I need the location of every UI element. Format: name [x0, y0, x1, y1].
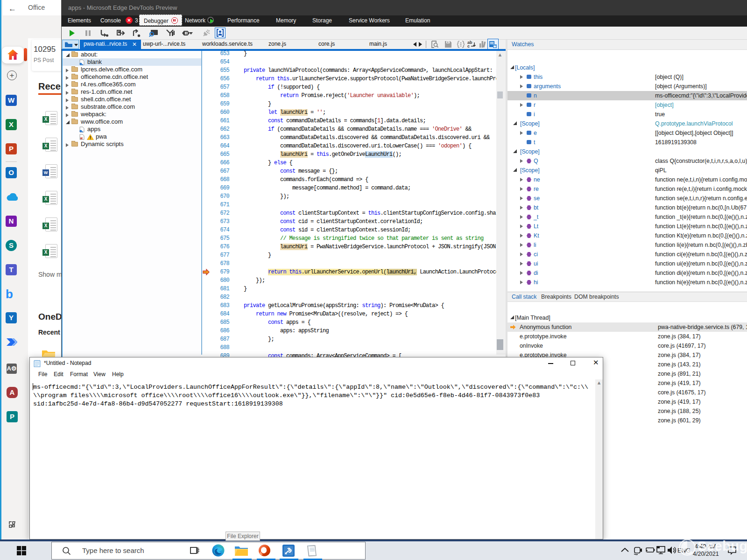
svg-text:c: c: [467, 44, 470, 49]
svg-text:TS: TS: [80, 137, 83, 140]
